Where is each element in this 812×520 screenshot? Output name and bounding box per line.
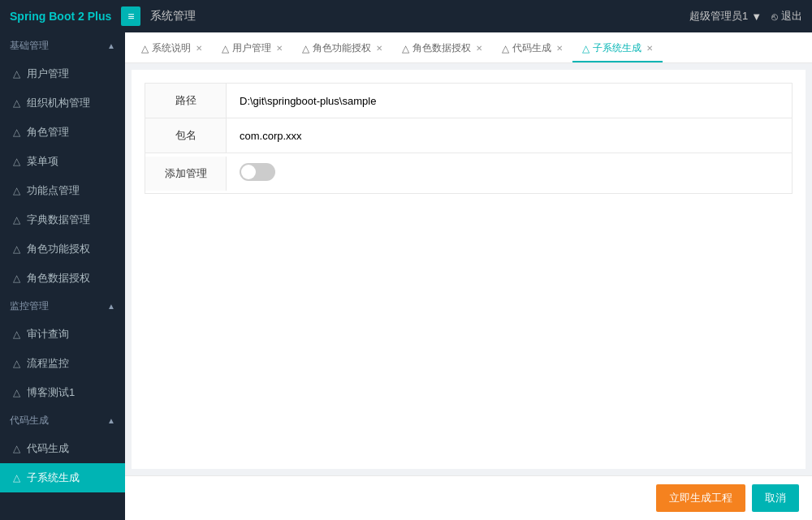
sidebar-item-audit-label: 审计查询 bbox=[27, 327, 69, 342]
sidebar-group-codegen[interactable]: 代码生成 ▲ bbox=[0, 407, 125, 434]
tab-user-mgmt-label: 用户管理 bbox=[232, 41, 271, 55]
username-label: 超级管理员1 bbox=[689, 9, 748, 24]
form-row-add-mgmt: 添加管理 bbox=[145, 153, 793, 194]
sidebar-item-func-mgmt[interactable]: △ 功能点管理 bbox=[0, 176, 125, 205]
sidebar-group-basic[interactable]: 基础管理 ▲ bbox=[0, 32, 125, 59]
app-logo: Spring Boot 2 Plus bbox=[10, 10, 111, 23]
form-value-path bbox=[227, 85, 792, 117]
role-icon: △ bbox=[13, 127, 20, 138]
form-label-package: 包名 bbox=[145, 118, 227, 153]
func-icon: △ bbox=[13, 185, 20, 196]
cancel-button[interactable]: 取消 bbox=[752, 484, 799, 512]
sidebar-item-flow-monitor[interactable]: △ 流程监控 bbox=[0, 349, 125, 378]
tab-subsystem-gen[interactable]: △ 子系统生成 ✕ bbox=[572, 35, 663, 62]
layout: 基础管理 ▲ △ 用户管理 △ 组织机构管理 △ 角色管理 △ 菜单项 △ 功能… bbox=[0, 32, 812, 520]
sidebar-item-subsystem-label: 子系统生成 bbox=[27, 471, 80, 485]
sidebar-item-flow-label: 流程监控 bbox=[27, 356, 69, 371]
header-left: Spring Boot 2 Plus ≡ 系统管理 bbox=[10, 6, 196, 26]
sidebar-item-audit[interactable]: △ 审计查询 bbox=[0, 320, 125, 349]
sidebar-item-codegen-label: 代码生成 bbox=[27, 441, 69, 456]
sidebar-group-monitor-arrow: ▲ bbox=[107, 302, 115, 311]
header: Spring Boot 2 Plus ≡ 系统管理 超级管理员1 ▼ ⎋ 退出 bbox=[0, 0, 812, 32]
tab-role-data[interactable]: △ 角色数据授权 ✕ bbox=[392, 35, 492, 62]
tab-role-data-close[interactable]: ✕ bbox=[476, 44, 482, 53]
dict-icon: △ bbox=[13, 214, 20, 226]
tab-codegen[interactable]: △ 代码生成 ✕ bbox=[492, 35, 572, 62]
tab-system-info-close[interactable]: ✕ bbox=[196, 44, 202, 53]
sidebar-group-monitor[interactable]: 监控管理 ▲ bbox=[0, 293, 125, 320]
sidebar-item-org-mgmt[interactable]: △ 组织机构管理 bbox=[0, 88, 125, 118]
sidebar-group-basic-label: 基础管理 bbox=[10, 39, 49, 53]
tab-subsystem-gen-label: 子系统生成 bbox=[593, 41, 641, 55]
header-right: 超级管理员1 ▼ ⎋ 退出 bbox=[689, 9, 802, 24]
tab-subsystem-gen-close[interactable]: ✕ bbox=[646, 44, 653, 53]
tab-system-info[interactable]: △ 系统说明 ✕ bbox=[132, 35, 212, 62]
sidebar-item-func-mgmt-label: 功能点管理 bbox=[27, 183, 80, 198]
sidebar-group-monitor-label: 监控管理 bbox=[10, 299, 49, 313]
tab-role-func-close[interactable]: ✕ bbox=[376, 44, 382, 53]
generate-button[interactable]: 立即生成工程 bbox=[656, 484, 745, 512]
user-dropdown-icon: ▼ bbox=[751, 11, 762, 23]
role-func-icon: △ bbox=[13, 243, 20, 255]
tab-system-info-label: 系统说明 bbox=[152, 41, 191, 55]
codegen-icon: △ bbox=[13, 443, 20, 454]
tab-codegen-label: 代码生成 bbox=[512, 41, 551, 55]
menu-toggle-button[interactable]: ≡ bbox=[121, 6, 140, 26]
tab-user-mgmt[interactable]: △ 用户管理 ✕ bbox=[212, 35, 292, 62]
home-icon: △ bbox=[13, 68, 20, 80]
form-value-add-mgmt bbox=[227, 153, 792, 193]
subsystem-icon: △ bbox=[13, 472, 20, 483]
path-input[interactable] bbox=[240, 95, 779, 107]
nav-title: 系统管理 bbox=[150, 9, 196, 24]
user-menu[interactable]: 超级管理员1 ▼ bbox=[689, 9, 762, 24]
sidebar-item-menu[interactable]: △ 菜单项 bbox=[0, 147, 125, 176]
tab-user-mgmt-icon: △ bbox=[222, 43, 229, 54]
sidebar-item-role-data-label: 角色数据授权 bbox=[27, 271, 90, 286]
sidebar-item-blog-test[interactable]: △ 博客测试1 bbox=[0, 378, 125, 407]
sidebar-item-user-mgmt-label: 用户管理 bbox=[27, 67, 69, 81]
sidebar-item-dict-mgmt-label: 字典数据管理 bbox=[27, 213, 90, 227]
tab-role-func-label: 角色功能授权 bbox=[313, 41, 371, 55]
logout-button[interactable]: ⎋ 退出 bbox=[771, 9, 802, 24]
sidebar-item-codegen[interactable]: △ 代码生成 bbox=[0, 434, 125, 463]
logout-icon: ⎋ bbox=[771, 11, 778, 23]
form-value-package bbox=[227, 120, 792, 152]
sidebar-item-role-func[interactable]: △ 角色功能授权 bbox=[0, 234, 125, 264]
sidebar-item-dict-mgmt[interactable]: △ 字典数据管理 bbox=[0, 205, 125, 234]
sidebar-group-basic-arrow: ▲ bbox=[107, 41, 115, 50]
sidebar-group-codegen-label: 代码生成 bbox=[10, 414, 49, 428]
role-data-icon: △ bbox=[13, 273, 20, 284]
form-row-path: 路径 bbox=[145, 83, 793, 118]
tab-subsystem-gen-icon: △ bbox=[582, 43, 590, 54]
tab-system-info-icon: △ bbox=[141, 43, 149, 54]
tab-role-data-label: 角色数据授权 bbox=[412, 41, 471, 55]
sidebar-item-role-func-label: 角色功能授权 bbox=[27, 242, 90, 256]
sidebar-item-role-data[interactable]: △ 角色数据授权 bbox=[0, 264, 125, 293]
audit-icon: △ bbox=[13, 329, 20, 340]
main: △ 系统说明 ✕ △ 用户管理 ✕ △ 角色功能授权 ✕ △ 角色数据授权 ✕ … bbox=[125, 32, 812, 520]
sidebar-group-codegen-arrow: ▲ bbox=[107, 416, 115, 425]
form-label-add-mgmt: 添加管理 bbox=[145, 157, 227, 191]
sidebar: 基础管理 ▲ △ 用户管理 △ 组织机构管理 △ 角色管理 △ 菜单项 △ 功能… bbox=[0, 32, 125, 520]
content-area: 路径 包名 添加管理 bbox=[132, 70, 806, 469]
form-row-package: 包名 bbox=[145, 118, 793, 153]
bottom-bar: 立即生成工程 取消 bbox=[125, 475, 812, 520]
add-mgmt-toggle[interactable] bbox=[240, 163, 275, 181]
blog-icon: △ bbox=[13, 387, 20, 398]
logout-label: 退出 bbox=[781, 9, 802, 24]
form-label-path: 路径 bbox=[145, 84, 227, 118]
content-wrapper: 路径 包名 添加管理 bbox=[125, 63, 812, 520]
flow-icon: △ bbox=[13, 358, 20, 369]
tab-bar: △ 系统说明 ✕ △ 用户管理 ✕ △ 角色功能授权 ✕ △ 角色数据授权 ✕ … bbox=[125, 32, 812, 63]
sidebar-item-user-mgmt[interactable]: △ 用户管理 bbox=[0, 59, 125, 88]
menu-icon: △ bbox=[13, 156, 20, 167]
tab-user-mgmt-close[interactable]: ✕ bbox=[276, 44, 283, 53]
sidebar-item-subsystem-gen[interactable]: △ 子系统生成 bbox=[0, 463, 125, 492]
package-input[interactable] bbox=[240, 130, 779, 142]
org-icon: △ bbox=[13, 97, 20, 109]
sidebar-item-org-mgmt-label: 组织机构管理 bbox=[27, 96, 90, 110]
tab-codegen-close[interactable]: ✕ bbox=[556, 44, 563, 53]
sidebar-item-role-mgmt[interactable]: △ 角色管理 bbox=[0, 118, 125, 147]
tab-role-func-icon: △ bbox=[302, 43, 309, 54]
tab-role-func[interactable]: △ 角色功能授权 ✕ bbox=[292, 35, 392, 62]
